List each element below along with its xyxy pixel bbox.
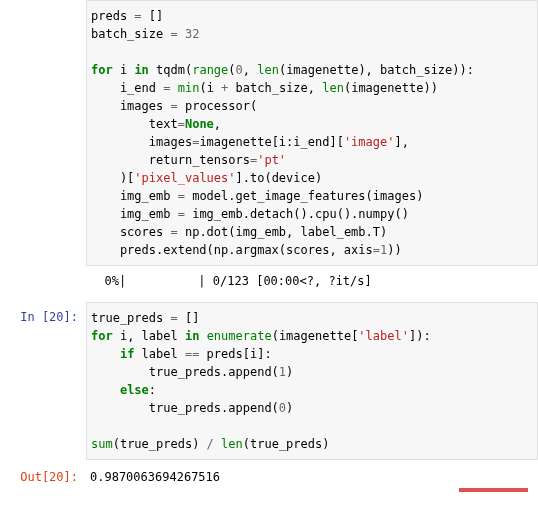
- in-prompt-2: In [20]:: [0, 302, 86, 326]
- code-body-2: true_preds = [] for i, label in enumerat…: [86, 302, 538, 460]
- progress-output: 0%| | 0/123 [00:00<?, ?it/s]: [90, 272, 534, 290]
- watermark-text: php: [465, 490, 483, 492]
- in-prompt-empty: [0, 0, 86, 6]
- out-prompt-empty-1: [0, 266, 86, 272]
- output-row-2: Out[20]: 0.9870063694267516: [0, 462, 538, 492]
- code-pre-1: preds = [] batch_size = 32 for i in tqdm…: [91, 7, 533, 259]
- code-cell-1: preds = [] batch_size = 32 for i in tqdm…: [0, 0, 538, 266]
- output-body-1: 0%| | 0/123 [00:00<?, ?it/s]: [86, 266, 538, 296]
- output-row-1: 0%| | 0/123 [00:00<?, ?it/s]: [0, 266, 538, 296]
- code-cell-2: In [20]: true_preds = [] for i, label in…: [0, 302, 538, 460]
- watermark-badge: php 中文网: [459, 488, 528, 492]
- watermark-cn: 中文网: [487, 492, 522, 493]
- code-body-1: preds = [] batch_size = 32 for i in tqdm…: [86, 0, 538, 266]
- result-output: 0.9870063694267516: [90, 468, 534, 486]
- code-pre-2: true_preds = [] for i, label in enumerat…: [91, 309, 533, 453]
- out-prompt-2: Out[20]:: [0, 462, 86, 486]
